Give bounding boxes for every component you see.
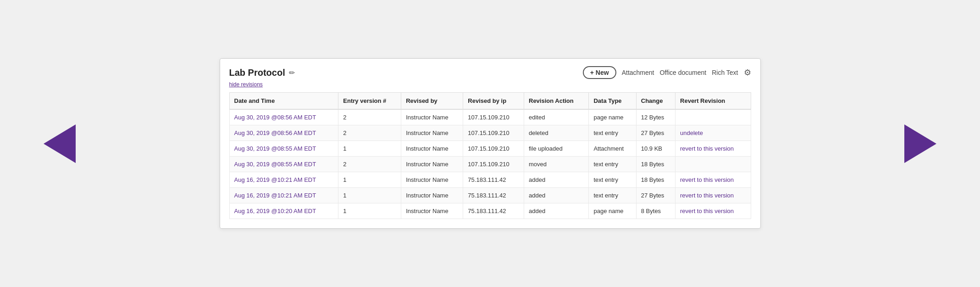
date-link[interactable]: Aug 30, 2019 @08:56 AM EDT: [234, 114, 316, 121]
cell-version: 1: [338, 203, 401, 219]
cell-revert: revert to this version: [675, 141, 751, 157]
hide-revisions-link[interactable]: hide revisions: [229, 81, 263, 88]
settings-icon[interactable]: ⚙: [744, 68, 751, 78]
cell-data-type: page name: [589, 109, 636, 125]
cell-change: 8 Bytes: [636, 203, 675, 219]
main-panel: Lab Protocol ✏ + New Attachment Office d…: [220, 58, 761, 229]
cell-change: 27 Bytes: [636, 188, 675, 203]
cell-version: 1: [338, 188, 401, 203]
col-data-type: Data Type: [589, 93, 636, 110]
table-row: Aug 30, 2019 @08:55 AM EDT1Instructor Na…: [229, 141, 751, 157]
cell-revised-by: Instructor Name: [401, 125, 463, 141]
revisions-table: Date and Time Entry version # Revised by…: [229, 92, 751, 219]
col-version: Entry version #: [338, 93, 401, 110]
cell-ip: 107.15.109.210: [463, 141, 524, 157]
cell-date: Aug 16, 2019 @10:21 AM EDT: [229, 172, 338, 188]
cell-revised-by: Instructor Name: [401, 203, 463, 219]
undelete-link[interactable]: undelete: [680, 129, 703, 136]
revert-link[interactable]: revert to this version: [680, 192, 734, 199]
toolbar-right: + New Attachment Office document Rich Te…: [583, 66, 751, 79]
col-date: Date and Time: [229, 93, 338, 110]
cell-revised-by: Instructor Name: [401, 109, 463, 125]
cell-ip: 107.15.109.210: [463, 157, 524, 172]
cell-data-type: text entry: [589, 125, 636, 141]
cell-date: Aug 30, 2019 @08:56 AM EDT: [229, 109, 338, 125]
attachment-button[interactable]: Attachment: [622, 69, 654, 76]
cell-action: edited: [524, 109, 589, 125]
table-row: Aug 16, 2019 @10:21 AM EDT1Instructor Na…: [229, 188, 751, 203]
cell-data-type: text entry: [589, 188, 636, 203]
col-change: Change: [636, 93, 675, 110]
cell-revised-by: Instructor Name: [401, 172, 463, 188]
panel-header: Lab Protocol ✏ + New Attachment Office d…: [229, 66, 751, 79]
cell-revert: revert to this version: [675, 188, 751, 203]
table-row: Aug 30, 2019 @08:56 AM EDT2Instructor Na…: [229, 109, 751, 125]
left-arrow: [44, 124, 76, 163]
cell-version: 2: [338, 109, 401, 125]
cell-change: 27 Bytes: [636, 125, 675, 141]
cell-revert: undelete: [675, 125, 751, 141]
cell-revert: [675, 109, 751, 125]
cell-change: 10.9 KB: [636, 141, 675, 157]
cell-revert: [675, 157, 751, 172]
table-row: Aug 30, 2019 @08:56 AM EDT2Instructor Na…: [229, 125, 751, 141]
cell-data-type: page name: [589, 203, 636, 219]
page-wrapper: Lab Protocol ✏ + New Attachment Office d…: [0, 0, 980, 287]
col-revised-by: Revised by: [401, 93, 463, 110]
cell-revised-by: Instructor Name: [401, 141, 463, 157]
cell-date: Aug 30, 2019 @08:56 AM EDT: [229, 125, 338, 141]
rich-text-button[interactable]: Rich Text: [712, 69, 738, 76]
cell-ip: 75.183.111.42: [463, 188, 524, 203]
cell-action: added: [524, 172, 589, 188]
cell-revised-by: Instructor Name: [401, 157, 463, 172]
table-header-row: Date and Time Entry version # Revised by…: [229, 93, 751, 110]
revert-link[interactable]: revert to this version: [680, 176, 734, 183]
cell-version: 1: [338, 172, 401, 188]
cell-action: moved: [524, 157, 589, 172]
cell-action: added: [524, 203, 589, 219]
table-row: Aug 30, 2019 @08:55 AM EDT2Instructor Na…: [229, 157, 751, 172]
new-button[interactable]: + New: [583, 66, 616, 79]
cell-change: 12 Bytes: [636, 109, 675, 125]
edit-icon[interactable]: ✏: [289, 68, 295, 77]
cell-action: deleted: [524, 125, 589, 141]
table-row: Aug 16, 2019 @10:20 AM EDT1Instructor Na…: [229, 203, 751, 219]
cell-date: Aug 16, 2019 @10:20 AM EDT: [229, 203, 338, 219]
date-link[interactable]: Aug 30, 2019 @08:55 AM EDT: [234, 145, 316, 152]
cell-version: 1: [338, 141, 401, 157]
cell-date: Aug 30, 2019 @08:55 AM EDT: [229, 141, 338, 157]
date-link[interactable]: Aug 16, 2019 @10:20 AM EDT: [234, 208, 316, 214]
col-revert: Revert Revision: [675, 93, 751, 110]
cell-version: 2: [338, 157, 401, 172]
cell-ip: 107.15.109.210: [463, 125, 524, 141]
date-link[interactable]: Aug 30, 2019 @08:55 AM EDT: [234, 161, 316, 168]
cell-data-type: Attachment: [589, 141, 636, 157]
cell-date: Aug 30, 2019 @08:55 AM EDT: [229, 157, 338, 172]
table-row: Aug 16, 2019 @10:21 AM EDT1Instructor Na…: [229, 172, 751, 188]
page-title: Lab Protocol: [229, 68, 285, 78]
cell-revert: revert to this version: [675, 172, 751, 188]
cell-change: 18 Bytes: [636, 157, 675, 172]
cell-data-type: text entry: [589, 172, 636, 188]
cell-ip: 75.183.111.42: [463, 172, 524, 188]
right-arrow: [904, 124, 936, 163]
col-revised-by-ip: Revised by ip: [463, 93, 524, 110]
cell-ip: 75.183.111.42: [463, 203, 524, 219]
panel-title-area: Lab Protocol ✏: [229, 68, 295, 78]
cell-data-type: text entry: [589, 157, 636, 172]
cell-revert: revert to this version: [675, 203, 751, 219]
cell-date: Aug 16, 2019 @10:21 AM EDT: [229, 188, 338, 203]
revert-link[interactable]: revert to this version: [680, 208, 734, 214]
cell-revised-by: Instructor Name: [401, 188, 463, 203]
cell-ip: 107.15.109.210: [463, 109, 524, 125]
cell-change: 18 Bytes: [636, 172, 675, 188]
cell-action: file uploaded: [524, 141, 589, 157]
revert-link[interactable]: revert to this version: [680, 145, 734, 152]
date-link[interactable]: Aug 16, 2019 @10:21 AM EDT: [234, 176, 316, 183]
col-action: Revision Action: [524, 93, 589, 110]
office-document-button[interactable]: Office document: [659, 69, 706, 76]
date-link[interactable]: Aug 30, 2019 @08:56 AM EDT: [234, 129, 316, 136]
cell-action: added: [524, 188, 589, 203]
cell-version: 2: [338, 125, 401, 141]
date-link[interactable]: Aug 16, 2019 @10:21 AM EDT: [234, 192, 316, 199]
